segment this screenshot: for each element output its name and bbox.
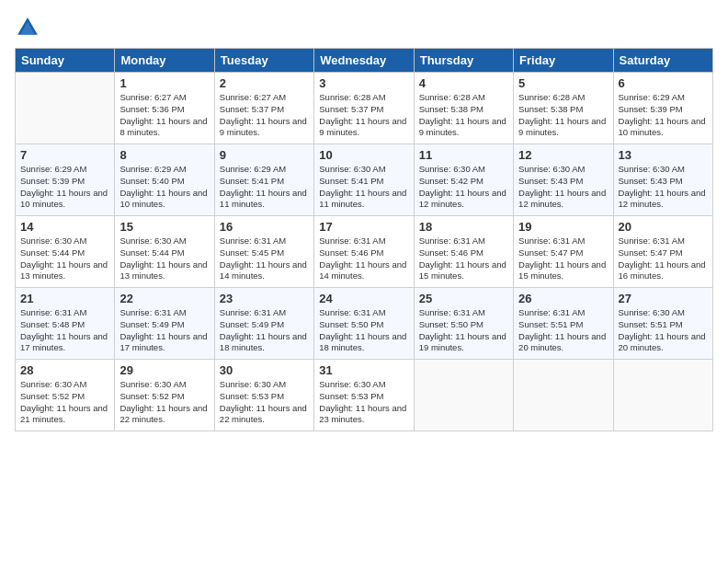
- col-header-sunday: Sunday: [16, 49, 115, 73]
- cell-info: Sunrise: 6:30 AMSunset: 5:44 PMDaylight:…: [119, 236, 209, 282]
- calendar-cell: 26Sunrise: 6:31 AMSunset: 5:51 PMDayligh…: [514, 288, 613, 360]
- day-header-row: SundayMondayTuesdayWednesdayThursdayFrid…: [16, 49, 713, 73]
- col-header-friday: Friday: [514, 49, 613, 73]
- day-number: 8: [119, 148, 209, 162]
- col-header-tuesday: Tuesday: [214, 49, 313, 73]
- calendar-cell: [414, 360, 513, 431]
- day-number: 22: [119, 292, 209, 305]
- calendar-cell: 23Sunrise: 6:31 AMSunset: 5:49 PMDayligh…: [214, 288, 313, 360]
- col-header-wednesday: Wednesday: [314, 49, 414, 73]
- calendar-cell: 22Sunrise: 6:31 AMSunset: 5:49 PMDayligh…: [115, 288, 214, 360]
- cell-info: Sunrise: 6:30 AMSunset: 5:53 PMDaylight:…: [220, 379, 309, 426]
- day-number: 21: [20, 292, 109, 305]
- day-number: 1: [119, 76, 209, 90]
- cell-info: Sunrise: 6:31 AMSunset: 5:49 PMDaylight:…: [119, 307, 209, 354]
- calendar-cell: [16, 73, 115, 144]
- calendar-cell: 29Sunrise: 6:30 AMSunset: 5:52 PMDayligh…: [115, 360, 214, 431]
- day-number: 4: [419, 76, 508, 90]
- day-number: 20: [619, 220, 708, 234]
- day-number: 17: [319, 220, 408, 234]
- calendar-cell: 3Sunrise: 6:28 AMSunset: 5:37 PMDaylight…: [314, 73, 414, 144]
- day-number: 28: [20, 363, 109, 377]
- calendar-cell: 2Sunrise: 6:27 AMSunset: 5:37 PMDaylight…: [214, 73, 313, 144]
- day-number: 26: [518, 292, 608, 305]
- cell-info: Sunrise: 6:28 AMSunset: 5:38 PMDaylight:…: [518, 92, 608, 139]
- cell-info: Sunrise: 6:31 AMSunset: 5:47 PMDaylight:…: [518, 236, 608, 282]
- day-number: 18: [419, 220, 508, 234]
- calendar-cell: 9Sunrise: 6:29 AMSunset: 5:41 PMDaylight…: [214, 144, 313, 216]
- week-row-5: 28Sunrise: 6:30 AMSunset: 5:52 PMDayligh…: [16, 360, 713, 431]
- day-number: 31: [319, 363, 408, 377]
- calendar-cell: 16Sunrise: 6:31 AMSunset: 5:45 PMDayligh…: [214, 216, 313, 288]
- day-number: 10: [319, 148, 408, 162]
- cell-info: Sunrise: 6:30 AMSunset: 5:52 PMDaylight:…: [119, 379, 209, 426]
- calendar-cell: 6Sunrise: 6:29 AMSunset: 5:39 PMDaylight…: [613, 73, 712, 144]
- day-number: 9: [220, 148, 309, 162]
- cell-info: Sunrise: 6:30 AMSunset: 5:43 PMDaylight:…: [619, 164, 708, 211]
- week-row-1: 1Sunrise: 6:27 AMSunset: 5:36 PMDaylight…: [16, 73, 713, 144]
- cell-info: Sunrise: 6:27 AMSunset: 5:37 PMDaylight:…: [220, 92, 309, 139]
- calendar-cell: 12Sunrise: 6:30 AMSunset: 5:43 PMDayligh…: [514, 144, 613, 216]
- calendar-cell: 18Sunrise: 6:31 AMSunset: 5:46 PMDayligh…: [414, 216, 513, 288]
- logo: [15, 15, 44, 40]
- cell-info: Sunrise: 6:31 AMSunset: 5:50 PMDaylight:…: [319, 307, 408, 354]
- day-number: 23: [220, 292, 309, 305]
- cell-info: Sunrise: 6:30 AMSunset: 5:44 PMDaylight:…: [20, 236, 109, 282]
- day-number: 29: [119, 363, 209, 377]
- calendar-cell: 17Sunrise: 6:31 AMSunset: 5:46 PMDayligh…: [314, 216, 414, 288]
- day-number: 14: [20, 220, 109, 234]
- cell-info: Sunrise: 6:31 AMSunset: 5:51 PMDaylight:…: [518, 307, 608, 354]
- calendar-cell: [613, 360, 712, 431]
- col-header-thursday: Thursday: [414, 49, 513, 73]
- cell-info: Sunrise: 6:31 AMSunset: 5:48 PMDaylight:…: [20, 307, 109, 354]
- cell-info: Sunrise: 6:30 AMSunset: 5:51 PMDaylight:…: [619, 307, 708, 354]
- calendar-cell: 19Sunrise: 6:31 AMSunset: 5:47 PMDayligh…: [514, 216, 613, 288]
- page-container: SundayMondayTuesdayWednesdayThursdayFrid…: [0, 0, 728, 439]
- day-number: 7: [20, 148, 109, 162]
- cell-info: Sunrise: 6:31 AMSunset: 5:46 PMDaylight:…: [319, 236, 408, 282]
- cell-info: Sunrise: 6:31 AMSunset: 5:47 PMDaylight:…: [619, 236, 708, 282]
- logo-icon: [15, 15, 40, 40]
- cell-info: Sunrise: 6:30 AMSunset: 5:53 PMDaylight:…: [319, 379, 408, 426]
- calendar-cell: 24Sunrise: 6:31 AMSunset: 5:50 PMDayligh…: [314, 288, 414, 360]
- day-number: 12: [518, 148, 608, 162]
- day-number: 5: [518, 76, 608, 90]
- day-number: 3: [319, 76, 408, 90]
- calendar-cell: 27Sunrise: 6:30 AMSunset: 5:51 PMDayligh…: [613, 288, 712, 360]
- cell-info: Sunrise: 6:29 AMSunset: 5:39 PMDaylight:…: [619, 92, 708, 139]
- cell-info: Sunrise: 6:30 AMSunset: 5:42 PMDaylight:…: [419, 164, 508, 211]
- calendar-cell: 21Sunrise: 6:31 AMSunset: 5:48 PMDayligh…: [16, 288, 115, 360]
- day-number: 19: [518, 220, 608, 234]
- calendar-table: SundayMondayTuesdayWednesdayThursdayFrid…: [15, 48, 713, 431]
- calendar-cell: 5Sunrise: 6:28 AMSunset: 5:38 PMDaylight…: [514, 73, 613, 144]
- day-number: 24: [319, 292, 408, 305]
- calendar-cell: 20Sunrise: 6:31 AMSunset: 5:47 PMDayligh…: [613, 216, 712, 288]
- day-number: 11: [419, 148, 508, 162]
- cell-info: Sunrise: 6:31 AMSunset: 5:50 PMDaylight:…: [419, 307, 508, 354]
- cell-info: Sunrise: 6:27 AMSunset: 5:36 PMDaylight:…: [119, 92, 209, 139]
- calendar-cell: 11Sunrise: 6:30 AMSunset: 5:42 PMDayligh…: [414, 144, 513, 216]
- col-header-saturday: Saturday: [613, 49, 712, 73]
- calendar-cell: 25Sunrise: 6:31 AMSunset: 5:50 PMDayligh…: [414, 288, 513, 360]
- calendar-cell: 13Sunrise: 6:30 AMSunset: 5:43 PMDayligh…: [613, 144, 712, 216]
- week-row-3: 14Sunrise: 6:30 AMSunset: 5:44 PMDayligh…: [16, 216, 713, 288]
- calendar-cell: 4Sunrise: 6:28 AMSunset: 5:38 PMDaylight…: [414, 73, 513, 144]
- calendar-cell: 1Sunrise: 6:27 AMSunset: 5:36 PMDaylight…: [115, 73, 214, 144]
- calendar-cell: 14Sunrise: 6:30 AMSunset: 5:44 PMDayligh…: [16, 216, 115, 288]
- day-number: 15: [119, 220, 209, 234]
- cell-info: Sunrise: 6:31 AMSunset: 5:45 PMDaylight:…: [220, 236, 309, 282]
- cell-info: Sunrise: 6:30 AMSunset: 5:52 PMDaylight:…: [20, 379, 109, 426]
- calendar-cell: 10Sunrise: 6:30 AMSunset: 5:41 PMDayligh…: [314, 144, 414, 216]
- col-header-monday: Monday: [115, 49, 214, 73]
- day-number: 13: [619, 148, 708, 162]
- cell-info: Sunrise: 6:29 AMSunset: 5:41 PMDaylight:…: [220, 164, 309, 211]
- day-number: 2: [220, 76, 309, 90]
- header: [15, 15, 713, 40]
- day-number: 16: [220, 220, 309, 234]
- cell-info: Sunrise: 6:28 AMSunset: 5:37 PMDaylight:…: [319, 92, 408, 139]
- cell-info: Sunrise: 6:29 AMSunset: 5:39 PMDaylight:…: [20, 164, 109, 211]
- cell-info: Sunrise: 6:31 AMSunset: 5:49 PMDaylight:…: [220, 307, 309, 354]
- calendar-cell: 15Sunrise: 6:30 AMSunset: 5:44 PMDayligh…: [115, 216, 214, 288]
- cell-info: Sunrise: 6:30 AMSunset: 5:43 PMDaylight:…: [518, 164, 608, 211]
- cell-info: Sunrise: 6:31 AMSunset: 5:46 PMDaylight:…: [419, 236, 508, 282]
